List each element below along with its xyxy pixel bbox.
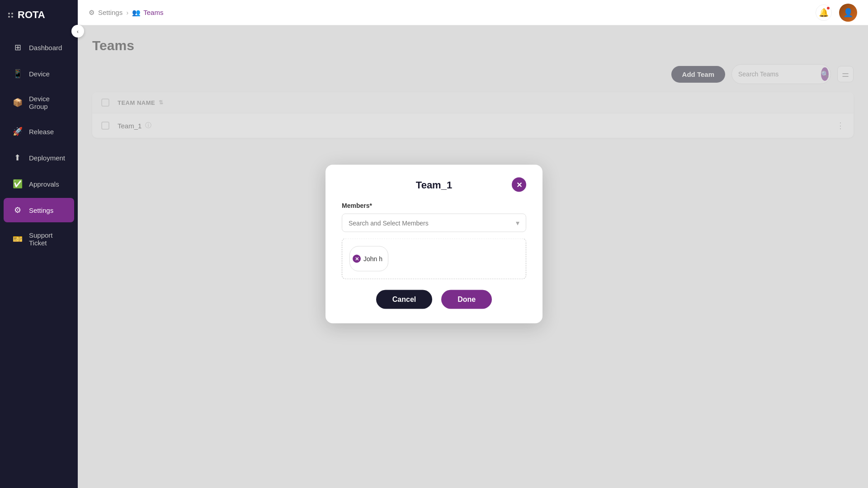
sidebar-item-release[interactable]: 🚀 Release bbox=[4, 119, 74, 144]
device-group-icon: 📦 bbox=[13, 98, 23, 108]
app-name: ROTA bbox=[18, 9, 45, 21]
breadcrumb-settings-icon: ⚙ bbox=[89, 9, 94, 17]
support-ticket-icon: 🎫 bbox=[13, 234, 23, 244]
sidebar-label-approvals: Approvals bbox=[29, 180, 59, 188]
members-select-wrapper[interactable]: ▾ bbox=[342, 214, 526, 232]
sidebar-item-device-group[interactable]: 📦 Device Group bbox=[4, 88, 74, 117]
topbar-right: 🔔 👤 bbox=[816, 4, 857, 22]
avatar[interactable]: 👤 bbox=[839, 4, 857, 22]
selected-members-box: ✕ John h bbox=[342, 239, 526, 279]
done-button[interactable]: Done bbox=[441, 290, 492, 309]
sidebar-item-device[interactable]: 📱 Device bbox=[4, 61, 74, 86]
modal-title: Team_1 bbox=[416, 179, 452, 191]
approvals-icon: ✅ bbox=[13, 179, 23, 189]
dropdown-arrow-icon: ▾ bbox=[516, 219, 519, 227]
sidebar-item-dashboard[interactable]: ⊞ Dashboard bbox=[4, 35, 74, 60]
sidebar-item-support-ticket[interactable]: 🎫 Support Ticket bbox=[4, 224, 74, 254]
topbar: ⚙ Settings › 👥 Teams 🔔 👤 bbox=[78, 0, 868, 25]
breadcrumb-current-label: Teams bbox=[143, 9, 163, 16]
notification-badge bbox=[826, 6, 830, 10]
main-content: ⚙ Settings › 👥 Teams 🔔 👤 Teams Add Team … bbox=[78, 0, 868, 488]
cancel-button[interactable]: Cancel bbox=[376, 290, 432, 309]
breadcrumb-teams-icon: 👥 bbox=[132, 9, 141, 17]
sidebar-label-support-ticket: Support Ticket bbox=[29, 231, 65, 247]
sidebar-label-release: Release bbox=[29, 128, 54, 136]
member-tag: ✕ John h bbox=[349, 246, 388, 272]
sidebar-label-settings: Settings bbox=[29, 206, 53, 214]
sidebar-item-approvals[interactable]: ✅ Approvals bbox=[4, 172, 74, 196]
members-search-input[interactable] bbox=[349, 219, 516, 226]
sidebar-label-dashboard: Dashboard bbox=[29, 44, 62, 52]
members-label: Members* bbox=[342, 202, 526, 209]
member-remove-button[interactable]: ✕ bbox=[353, 255, 361, 263]
sidebar: ROTA ⊞ Dashboard 📱 Device 📦 Device Group… bbox=[0, 0, 78, 488]
device-icon: 📱 bbox=[13, 69, 23, 79]
modal-header: Team_1 ✕ bbox=[342, 179, 526, 191]
breadcrumb-current: 👥 Teams bbox=[132, 9, 163, 17]
sidebar-collapse-button[interactable]: ‹ bbox=[71, 25, 84, 38]
sidebar-item-settings[interactable]: ⚙ Settings bbox=[4, 198, 74, 222]
sidebar-nav: ⊞ Dashboard 📱 Device 📦 Device Group 🚀 Re… bbox=[0, 34, 78, 488]
page-content: Teams Add Team 🔍 ⚌ TEAM NAME ⇅ bbox=[78, 25, 868, 488]
settings-icon: ⚙ bbox=[13, 205, 23, 215]
modal-close-button[interactable]: ✕ bbox=[512, 178, 526, 192]
grid-icon[interactable] bbox=[8, 13, 13, 18]
release-icon: 🚀 bbox=[13, 127, 23, 136]
sidebar-label-device: Device bbox=[29, 70, 50, 78]
member-name: John h bbox=[363, 255, 382, 263]
sidebar-header: ROTA bbox=[0, 0, 78, 30]
breadcrumb: ⚙ Settings › 👥 Teams bbox=[89, 9, 163, 17]
breadcrumb-parent: Settings bbox=[98, 9, 123, 16]
notification-button[interactable]: 🔔 bbox=[816, 5, 832, 21]
breadcrumb-separator: › bbox=[126, 9, 128, 16]
sidebar-item-deployment[interactable]: ⬆ Deployment bbox=[4, 145, 74, 170]
deployment-icon: ⬆ bbox=[13, 153, 23, 163]
sidebar-label-deployment: Deployment bbox=[29, 154, 65, 162]
sidebar-label-device-group: Device Group bbox=[29, 95, 65, 110]
modal-actions: Cancel Done bbox=[342, 290, 526, 309]
team-modal: Team_1 ✕ Members* ▾ ✕ John h Cancel Done bbox=[326, 165, 542, 324]
dashboard-icon: ⊞ bbox=[13, 42, 23, 52]
